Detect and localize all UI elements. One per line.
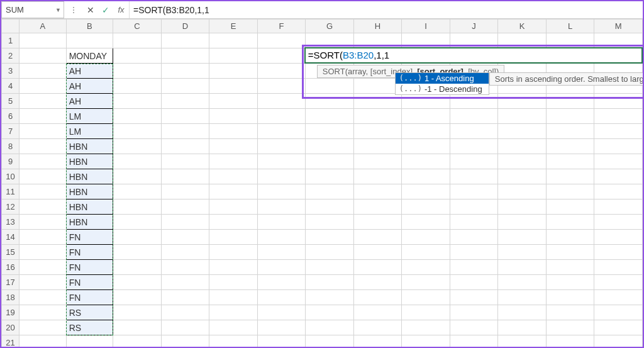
- cell[interactable]: [402, 260, 450, 275]
- cell[interactable]: [546, 335, 594, 349]
- cell[interactable]: [546, 230, 594, 245]
- row-header[interactable]: 8: [2, 139, 19, 154]
- cell[interactable]: [113, 184, 162, 199]
- cell[interactable]: HBN: [66, 169, 113, 184]
- cell[interactable]: AH: [66, 94, 113, 109]
- cell[interactable]: [209, 305, 258, 320]
- cell[interactable]: [306, 260, 354, 275]
- fx-label[interactable]: fx: [113, 1, 130, 18]
- cell[interactable]: AH: [66, 64, 113, 79]
- cell[interactable]: [161, 109, 209, 124]
- cell[interactable]: [402, 169, 450, 184]
- cell[interactable]: [113, 109, 162, 124]
- row-header[interactable]: 20: [2, 320, 19, 335]
- cell[interactable]: [450, 320, 498, 335]
- cell[interactable]: [594, 305, 643, 320]
- cell[interactable]: [402, 290, 450, 305]
- cell[interactable]: [19, 124, 67, 139]
- cell[interactable]: [113, 139, 162, 154]
- cell[interactable]: [19, 154, 67, 169]
- cell[interactable]: [161, 169, 209, 184]
- cell[interactable]: [306, 154, 354, 169]
- row-header[interactable]: 12: [2, 199, 19, 215]
- cell[interactable]: [450, 245, 498, 260]
- cell[interactable]: [113, 79, 162, 94]
- cell[interactable]: HBN: [66, 139, 113, 154]
- cell[interactable]: [594, 124, 643, 139]
- cell[interactable]: [306, 230, 354, 245]
- cell[interactable]: [113, 48, 162, 64]
- cell[interactable]: [306, 320, 354, 335]
- cell[interactable]: [66, 335, 113, 349]
- row-header[interactable]: 17: [2, 275, 19, 290]
- cell[interactable]: [402, 215, 450, 230]
- cell[interactable]: LM: [66, 109, 113, 124]
- cell[interactable]: [450, 109, 498, 124]
- cell[interactable]: [257, 109, 306, 124]
- row-header[interactable]: 6: [2, 109, 19, 124]
- cell[interactable]: [353, 335, 402, 349]
- cell[interactable]: [498, 199, 547, 215]
- cell[interactable]: [594, 290, 643, 305]
- cell[interactable]: [546, 320, 594, 335]
- cell[interactable]: [209, 320, 258, 335]
- cell[interactable]: [498, 305, 547, 320]
- sort-order-option[interactable]: (...)1 - Ascending: [396, 73, 489, 84]
- cell[interactable]: [113, 169, 162, 184]
- cell[interactable]: RS: [66, 305, 113, 320]
- cell[interactable]: [546, 260, 594, 275]
- cell[interactable]: [546, 290, 594, 305]
- cell[interactable]: LM: [66, 124, 113, 139]
- cell[interactable]: [209, 139, 258, 154]
- cell[interactable]: [19, 305, 67, 320]
- cell[interactable]: [161, 64, 209, 79]
- cell[interactable]: [113, 215, 162, 230]
- cell[interactable]: FN: [66, 245, 113, 260]
- cell[interactable]: MONDAY: [66, 48, 113, 64]
- cell[interactable]: HBN: [66, 184, 113, 199]
- cell[interactable]: [257, 275, 306, 290]
- cell[interactable]: [209, 169, 258, 184]
- cell[interactable]: [161, 275, 209, 290]
- cell[interactable]: [402, 184, 450, 199]
- cell[interactable]: [594, 169, 643, 184]
- cell[interactable]: [450, 215, 498, 230]
- cell[interactable]: [450, 154, 498, 169]
- cell[interactable]: [161, 48, 209, 64]
- cell[interactable]: [161, 139, 209, 154]
- select-all-corner[interactable]: [2, 20, 19, 33]
- cell[interactable]: [113, 64, 162, 79]
- column-header[interactable]: F: [257, 20, 306, 33]
- cell[interactable]: [450, 260, 498, 275]
- cell[interactable]: [498, 184, 547, 199]
- cell[interactable]: [113, 290, 162, 305]
- cell[interactable]: [257, 245, 306, 260]
- cell[interactable]: RS: [66, 320, 113, 335]
- cell[interactable]: FN: [66, 230, 113, 245]
- accept-button[interactable]: ✓: [98, 1, 113, 18]
- cell[interactable]: [19, 139, 67, 154]
- name-box[interactable]: SUM ▼: [1, 1, 64, 18]
- cell[interactable]: [353, 305, 402, 320]
- worksheet[interactable]: ABCDEFGHIJKLM 12MONDAY3AH4AH5AH6LM7LM8HB…: [1, 19, 643, 348]
- cell[interactable]: [113, 94, 162, 109]
- cell[interactable]: [450, 275, 498, 290]
- cell[interactable]: FN: [66, 290, 113, 305]
- cell[interactable]: [257, 215, 306, 230]
- cell[interactable]: [546, 169, 594, 184]
- cell[interactable]: [257, 139, 306, 154]
- cell[interactable]: [209, 245, 258, 260]
- cell[interactable]: [594, 215, 643, 230]
- row-header[interactable]: 16: [2, 260, 19, 275]
- cell[interactable]: [450, 139, 498, 154]
- cell[interactable]: [306, 245, 354, 260]
- cell[interactable]: [209, 33, 258, 48]
- cell[interactable]: [353, 275, 402, 290]
- cell[interactable]: [209, 154, 258, 169]
- cell[interactable]: [306, 109, 354, 124]
- cell[interactable]: [353, 290, 402, 305]
- cell[interactable]: [19, 290, 67, 305]
- row-header[interactable]: 14: [2, 230, 19, 245]
- cell[interactable]: [402, 305, 450, 320]
- cell[interactable]: [306, 215, 354, 230]
